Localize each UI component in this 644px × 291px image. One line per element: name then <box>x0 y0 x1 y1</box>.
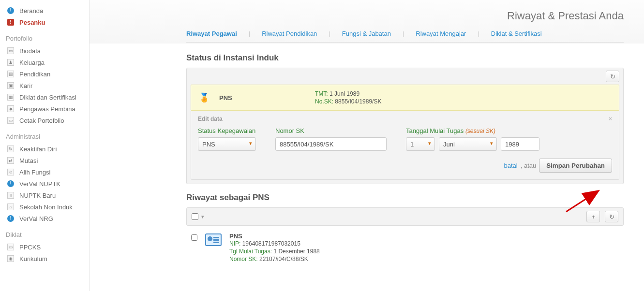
people-icon: ♟ <box>7 58 15 66</box>
info-circle-icon: ! <box>7 215 15 222</box>
pns-heading: Riwayat sebagai PNS <box>186 193 624 203</box>
add-button[interactable]: + <box>586 211 600 222</box>
or-text: , atau <box>521 162 537 169</box>
tab-diklat-sertifikasi[interactable]: Diklat & Sertifikasi <box>491 30 542 39</box>
tmt-hint: (sesuai SK) <box>465 128 495 134</box>
close-button[interactable]: × <box>609 116 612 122</box>
tmt-item-key: Tgl Mulai Tugas: <box>229 248 272 255</box>
doc-icon: ▭ <box>7 243 15 251</box>
medal-icon: 🏅 <box>198 91 210 104</box>
sidebar-item-pendidikan[interactable]: ▤Pendidikan <box>7 68 89 80</box>
tmt-month-select[interactable]: Juni <box>439 137 497 151</box>
sidebar-item-alih-fungsi[interactable]: ☺Alih Fungsi <box>7 166 89 178</box>
status-kepegawaian-select[interactable]: PNS <box>198 137 256 151</box>
status-heading: Status di Instansi Induk <box>186 53 624 63</box>
item-title: PNS <box>229 233 320 240</box>
nosk-item-key: Nomor SK: <box>229 256 258 262</box>
tmt-item-val: 1 Desember 1988 <box>273 248 319 255</box>
alert-badge-icon: ! <box>7 18 15 26</box>
cancel-link[interactable]: batal <box>504 162 518 169</box>
cert-icon: ▦ <box>7 93 15 101</box>
sidebar-item-verval-nuptk[interactable]: !VerVal NUPTK <box>7 178 89 189</box>
tab-fungsi-jabatan[interactable]: Fungsi & Jabatan <box>342 30 391 39</box>
sidebar-item-ppcks[interactable]: ▭PPCKS <box>7 241 89 253</box>
pns-list-panel: ▾ + ↻ PNS NIP: 196408171987032015 Tgl Mu… <box>186 207 624 266</box>
school-icon: ⌂ <box>7 203 15 211</box>
tmt-year-input[interactable] <box>501 137 539 151</box>
sidebar-item-karir[interactable]: ▣Karir <box>7 80 89 91</box>
sidebar-item-label: Karir <box>19 82 32 89</box>
nip-val: 196408171987032015 <box>242 240 300 247</box>
refresh-icon: ↻ <box>609 213 614 220</box>
sidebar-item-mutasi[interactable]: ⇄Mutasi <box>7 155 89 166</box>
sidebar-item-diklat-sertifikasi[interactable]: ▦Diklat dan Sertifikasi <box>7 91 89 103</box>
tmt-val: 1 Juni 1989 <box>329 90 359 97</box>
book-icon: ▤ <box>7 70 15 78</box>
page-title: Riwayat & Prestasi Anda <box>507 10 624 22</box>
edit-form-title: Edit data <box>198 116 223 122</box>
tmt-label: Tanggal Mulai Tugas (sesuai SK) <box>406 127 539 134</box>
sidebar-item-label: Sekolah Non Induk <box>19 204 73 211</box>
status-panel: ↻ 🏅 PNS TMT: 1 Juni 1989 No.SK: 8855/I04… <box>186 68 624 184</box>
status-kepegawaian-label: Status Kepegawaian <box>198 127 256 134</box>
nosk-val: 8855/I04/1989/SK <box>335 98 381 105</box>
refresh-icon: ↻ <box>610 73 615 80</box>
tmt-key: TMT: <box>315 90 328 97</box>
item-checkbox[interactable] <box>191 234 197 241</box>
sidebar-item-sekolah-non-induk[interactable]: ⌂Sekolah Non Induk <box>7 201 89 213</box>
sidebar-item-label: VerVal NRG <box>19 215 53 222</box>
sidebar-item-nuptk-baru[interactable]: ▯NUPTK Baru <box>7 189 89 201</box>
sidebar-item-label: NUPTK Baru <box>19 192 56 199</box>
sidebar-item-pesanku[interactable]: ! Pesanku <box>7 16 89 28</box>
nip-key: NIP: <box>229 240 240 247</box>
sidebar-item-cetak-portofolio[interactable]: ▭Cetak Portofolio <box>7 115 89 126</box>
sidebar-item-keaktifan-diri[interactable]: ↻Keaktifan Diri <box>7 143 89 155</box>
sidebar-item-label: PPCKS <box>19 244 41 251</box>
tab-riwayat-pendidikan[interactable]: Riwayat Pendidikan <box>262 30 317 39</box>
nomor-sk-input[interactable] <box>275 137 387 151</box>
nosk-item-val: 22107/i04/C/88/SK <box>259 256 308 262</box>
print-icon: ▭ <box>7 116 15 124</box>
info-circle-icon: ! <box>7 180 15 188</box>
tab-riwayat-pegawai[interactable]: Riwayat Pegawai <box>186 30 237 39</box>
person-icon: ☺ <box>7 168 15 176</box>
sidebar-item-label: Alih Fungsi <box>19 169 50 176</box>
sidebar-item-verval-nrg[interactable]: !VerVal NRG <box>7 213 89 224</box>
sidebar-item-beranda[interactable]: ! Beranda <box>7 5 89 16</box>
id-card-icon <box>205 233 222 246</box>
card-icon: ▭ <box>7 47 15 55</box>
status-card: 🏅 PNS TMT: 1 Juni 1989 No.SK: 8855/I04/1… <box>191 85 619 111</box>
info-circle-icon: ! <box>7 7 15 15</box>
sidebar-item-keluarga[interactable]: ♟Keluarga <box>7 57 89 68</box>
doc-icon: ▯ <box>7 191 15 199</box>
sidebar-item-label: VerVal NUPTK <box>19 180 60 188</box>
pns-list-toolbar: ▾ + ↻ <box>186 207 624 226</box>
sidebar-item-label: Pesanku <box>19 19 45 26</box>
chevron-down-icon[interactable]: ▾ <box>201 214 204 220</box>
sidebar-item-biodata[interactable]: ▭Biodata <box>7 45 89 57</box>
globe-icon: ◉ <box>7 255 15 262</box>
sidebar-item-label: Keluarga <box>19 59 45 66</box>
sidebar-item-label: Mutasi <box>19 157 38 164</box>
sidebar: ! Beranda ! Pesanku Portofolio ▭Biodata … <box>0 0 90 291</box>
swap-icon: ⇄ <box>7 157 15 164</box>
sidebar-item-pengawas-pembina[interactable]: ◆Pengawas Pembina <box>7 103 89 115</box>
simpan-perubahan-button[interactable]: Simpan Perubahan <box>539 159 612 173</box>
status-card-details: TMT: 1 Juni 1989 No.SK: 8855/I04/1989/SK <box>315 90 381 105</box>
pns-list-item: PNS NIP: 196408171987032015 Tgl Mulai Tu… <box>186 226 624 266</box>
sidebar-item-label: Keaktifan Diri <box>19 146 57 153</box>
sidebar-section-portofolio: Portofolio <box>6 33 89 44</box>
sidebar-section-diklat: Diklat <box>6 229 89 240</box>
close-icon: × <box>609 116 612 122</box>
select-all-checkbox[interactable] <box>192 213 198 220</box>
tmt-day-select[interactable]: 1 <box>406 137 435 151</box>
refresh-list-button[interactable]: ↻ <box>605 211 618 222</box>
sidebar-item-kurikulum[interactable]: ◉Kurikulum <box>7 253 89 264</box>
refresh-button[interactable]: ↻ <box>606 71 619 82</box>
main-content: Riwayat & Prestasi Anda Riwayat Pegawai|… <box>90 0 644 291</box>
sidebar-item-label: Beranda <box>19 7 43 15</box>
sidebar-item-label: Diklat dan Sertifikasi <box>19 94 76 101</box>
status-card-title: PNS <box>219 94 306 102</box>
tab-riwayat-mengajar[interactable]: Riwayat Mengajar <box>416 30 466 39</box>
refresh-icon: ↻ <box>7 145 15 153</box>
